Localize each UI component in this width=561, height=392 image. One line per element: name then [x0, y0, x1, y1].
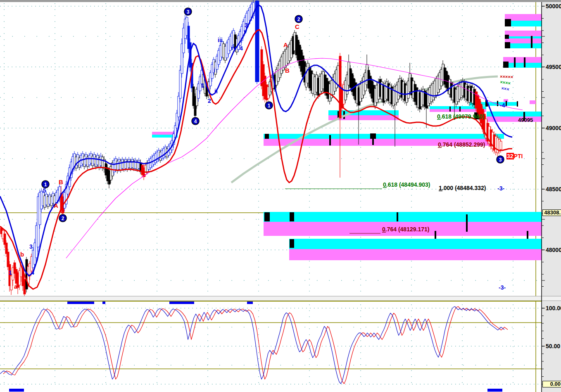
svg-text:3: 3 — [245, 22, 248, 29]
svg-text:1: 1 — [9, 269, 12, 276]
svg-text:-3-: -3- — [497, 185, 504, 192]
svg-text:48500.: 48500. — [546, 186, 561, 192]
svg-text:i: i — [214, 67, 215, 74]
svg-text:1: 1 — [44, 182, 47, 188]
chart-window: ××××××××××××0.618 (49079.940)0.764 (4885… — [0, 0, 561, 392]
svg-text:3: 3 — [499, 157, 502, 163]
svg-text:A: A — [283, 41, 288, 48]
pti-label: PTI — [514, 153, 523, 159]
svg-text:2: 2 — [297, 17, 300, 22]
svg-text:-4-: -4- — [500, 102, 507, 109]
svg-text:B: B — [59, 178, 63, 185]
svg-text:1: 1 — [268, 103, 271, 109]
svg-text:b: b — [20, 251, 24, 258]
svg-text:100.00: 100.00 — [546, 305, 561, 311]
svg-text:iv: iv — [231, 45, 236, 51]
svg-text:0.764 (48129.171): 0.764 (48129.171) — [382, 226, 429, 233]
pti-badge: 32PTI — [506, 153, 523, 159]
panel-divider — [0, 296, 561, 301]
current-price-flag: 48308. — [542, 209, 561, 216]
svg-text:C: C — [295, 23, 300, 30]
price-note-49095: 49095 — [518, 117, 533, 123]
chart-canvas: ××××××××××××0.618 (49079.940)0.764 (4885… — [0, 0, 561, 392]
svg-text:iii: iii — [218, 37, 223, 43]
svg-text:B: B — [285, 67, 290, 74]
svg-text:4: 4 — [194, 119, 197, 124]
svg-text:3: 3 — [187, 9, 190, 15]
svg-text:0.618 (49079.940): 0.618 (49079.940) — [437, 113, 484, 120]
svg-text:-3-: -3- — [499, 284, 506, 291]
svg-text:3: 3 — [29, 243, 33, 250]
svg-text:A: A — [54, 202, 58, 209]
svg-text:1.000 (48484.332): 1.000 (48484.332) — [439, 185, 486, 191]
svg-text:C: C — [60, 208, 65, 215]
svg-text:0.764 (48852.299): 0.764 (48852.299) — [438, 141, 485, 148]
svg-text:49000.: 49000. — [546, 125, 561, 131]
svg-text:0.618 (48494.903): 0.618 (48494.903) — [383, 181, 430, 188]
svg-text:v: v — [244, 28, 247, 35]
svg-text:4: 4 — [31, 269, 34, 276]
svg-text:4: 4 — [240, 45, 243, 52]
svg-text:×××××: ××××× — [500, 74, 513, 79]
svg-text:49500.: 49500. — [546, 64, 561, 70]
pti-value: 32 — [506, 153, 514, 159]
svg-text:ii: ii — [214, 88, 218, 95]
svg-text:1: 1 — [201, 82, 204, 89]
svg-text:2: 2 — [208, 97, 211, 104]
oscillator-zero-flag: 0.00 — [542, 381, 561, 387]
svg-text:50000.: 50000. — [546, 3, 561, 10]
svg-text:50.00: 50.00 — [546, 343, 560, 349]
svg-text:2: 2 — [62, 216, 64, 221]
svg-text:a: a — [14, 283, 18, 290]
svg-text:48000.: 48000. — [546, 247, 561, 253]
